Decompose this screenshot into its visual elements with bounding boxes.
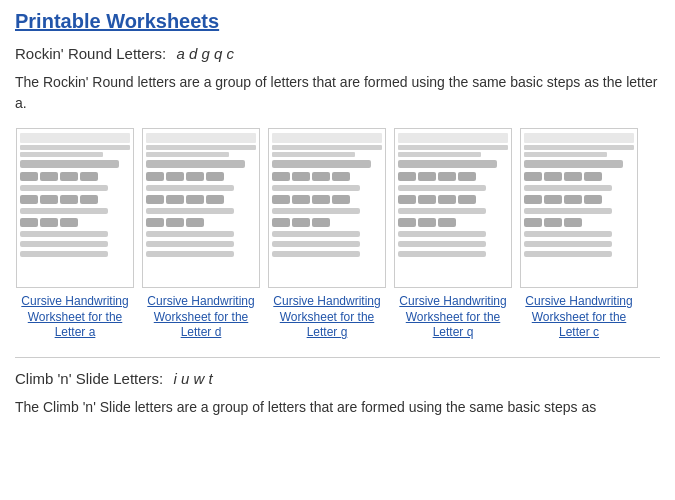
section2-heading: Climb 'n' Slide Letters: i u w t (15, 370, 660, 387)
section-divider (15, 357, 660, 358)
worksheet-item-a: Cursive Handwriting Worksheet for the Le… (15, 128, 135, 341)
worksheet-link-d[interactable]: Cursive Handwriting Worksheet for the Le… (141, 294, 261, 341)
worksheet-item-g: Cursive Handwriting Worksheet for the Le… (267, 128, 387, 341)
worksheet-thumbnail-q[interactable] (394, 128, 512, 288)
worksheet-thumbnail-c[interactable] (520, 128, 638, 288)
section1-letters: a d g q c (176, 45, 234, 62)
worksheet-item-q: Cursive Handwriting Worksheet for the Le… (393, 128, 513, 341)
section1-heading-text: Rockin' Round Letters: (15, 45, 166, 62)
worksheet-link-q[interactable]: Cursive Handwriting Worksheet for the Le… (393, 294, 513, 341)
worksheet-link-a[interactable]: Cursive Handwriting Worksheet for the Le… (15, 294, 135, 341)
section1-description: The Rockin' Round letters are a group of… (15, 72, 660, 114)
section2-description: The Climb 'n' Slide letters are a group … (15, 397, 660, 418)
worksheet-thumbnail-d[interactable] (142, 128, 260, 288)
worksheet-link-c[interactable]: Cursive Handwriting Worksheet for the Le… (519, 294, 639, 341)
section1-heading: Rockin' Round Letters: a d g q c (15, 45, 660, 62)
worksheet-item-c: Cursive Handwriting Worksheet for the Le… (519, 128, 639, 341)
worksheet-link-g[interactable]: Cursive Handwriting Worksheet for the Le… (267, 294, 387, 341)
section2-heading-text: Climb 'n' Slide Letters: (15, 370, 163, 387)
page-title: Printable Worksheets (15, 10, 660, 33)
worksheet-thumbnail-g[interactable] (268, 128, 386, 288)
worksheet-item-d: Cursive Handwriting Worksheet for the Le… (141, 128, 261, 341)
section2-letters: i u w t (173, 370, 212, 387)
worksheets-row: Cursive Handwriting Worksheet for the Le… (15, 128, 660, 341)
worksheet-thumbnail-a[interactable] (16, 128, 134, 288)
